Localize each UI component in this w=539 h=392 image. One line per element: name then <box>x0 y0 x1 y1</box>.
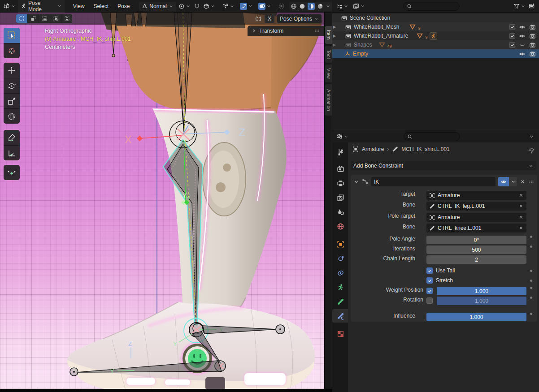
drag-dots-icon[interactable] <box>314 28 320 34</box>
tab-viewlayer-properties[interactable] <box>332 191 348 204</box>
tab-scene-properties[interactable] <box>332 205 348 219</box>
pole-bone-field[interactable]: CTRL_knee.L.001 <box>426 224 526 233</box>
snap-magnet-icon[interactable] <box>194 3 200 9</box>
use-tail-checkbox[interactable] <box>426 267 433 274</box>
constraint-extras-chevron[interactable] <box>509 177 517 186</box>
new-collection-button[interactable] <box>527 2 536 10</box>
scale-tool[interactable] <box>4 93 20 108</box>
outliner-row-shapes[interactable]: ▶ Shapes 49 <box>332 40 539 49</box>
tab-physics-properties[interactable] <box>332 252 348 265</box>
tab-bone-constraints-active[interactable] <box>332 309 348 323</box>
hide-eye-icon[interactable] <box>519 33 526 39</box>
transform-panel-header[interactable]: Transform <box>248 26 324 36</box>
weight-position-slider[interactable]: 1.000 <box>437 287 526 295</box>
cursor-tool[interactable] <box>4 43 20 58</box>
tab-view[interactable]: View <box>325 65 332 82</box>
outliner-search-input[interactable] <box>403 2 460 11</box>
tab-bone-properties[interactable] <box>332 295 348 308</box>
chain-length-field[interactable]: 2 <box>426 255 526 264</box>
tab-tool-properties[interactable] <box>332 145 348 159</box>
delete-constraint-x-icon[interactable] <box>520 179 526 185</box>
outliner-filter-dropdown[interactable] <box>512 2 527 10</box>
overlays-dropdown[interactable] <box>257 2 273 11</box>
shading-wireframe-icon[interactable] <box>291 3 297 9</box>
render-camera-icon[interactable] <box>529 33 536 39</box>
show-gizmo-dropdown[interactable] <box>239 2 254 11</box>
gizmo-toggle[interactable] <box>240 3 247 10</box>
xray-toggle-icon[interactable] <box>278 3 285 9</box>
pose-breakdowner-tool[interactable] <box>4 165 20 180</box>
mode-dropdown[interactable]: Pose Mode <box>18 0 65 14</box>
clear-x-icon[interactable] <box>518 225 524 231</box>
viewport-3d[interactable]: X Z Y Y <box>0 13 324 389</box>
tab-texture-properties[interactable] <box>332 327 348 340</box>
animate-decorator[interactable] <box>530 270 532 272</box>
transform-orientation-dropdown[interactable]: Normal <box>139 2 176 11</box>
constraint-enable-eye-toggle[interactable] <box>498 177 509 186</box>
selectable-checkbox[interactable] <box>509 42 515 48</box>
shading-rendered-icon[interactable] <box>317 3 323 9</box>
snap-target-dropdown[interactable] <box>202 2 217 10</box>
expand-arrow-icon[interactable]: ▶ <box>332 34 337 38</box>
tab-object-constraints[interactable] <box>332 266 348 280</box>
target-field[interactable]: Armature <box>426 191 526 200</box>
stretch-checkbox[interactable] <box>426 277 433 284</box>
proportional-editing-dropdown[interactable] <box>221 2 236 10</box>
selectable-checkbox[interactable] <box>509 24 515 30</box>
breadcrumb-object[interactable]: Armature <box>362 146 384 152</box>
menu-select[interactable]: Select <box>90 2 113 11</box>
select-set-button[interactable] <box>16 14 27 23</box>
transform-tool[interactable] <box>4 108 20 124</box>
clear-x-icon[interactable] <box>518 203 524 209</box>
select-intersect-button[interactable] <box>61 14 72 23</box>
select-invert-button[interactable] <box>50 14 61 23</box>
outliner-row-empty-selected[interactable]: Empty <box>332 49 539 58</box>
influence-slider[interactable]: 1.000 <box>426 313 526 321</box>
properties-search-input[interactable] <box>404 132 460 141</box>
breadcrumb-bone[interactable]: MCH_IK_shin.L.001 <box>401 146 449 152</box>
clear-x-icon[interactable] <box>518 215 524 220</box>
animate-decorator[interactable] <box>530 313 532 315</box>
render-camera-icon[interactable] <box>529 42 536 48</box>
expand-arrow-icon[interactable]: ▶ <box>332 25 337 29</box>
menu-pose[interactable]: Pose <box>113 2 134 11</box>
pole-target-field[interactable]: Armature <box>426 213 526 222</box>
tab-item[interactable]: Item <box>325 26 332 44</box>
rotate-tool[interactable] <box>4 78 20 93</box>
tab-world-properties[interactable] <box>332 220 348 233</box>
tab-tool[interactable]: Tool <box>325 46 332 63</box>
pivot-point-dropdown[interactable] <box>177 2 192 10</box>
select-box-tool[interactable] <box>4 28 20 43</box>
weight-position-checkbox[interactable] <box>426 288 433 294</box>
drag-dots-icon[interactable] <box>528 179 535 185</box>
measure-tool[interactable] <box>4 145 20 160</box>
animate-decorator[interactable] <box>530 287 532 289</box>
outliner-row-mesh-collection[interactable]: ▶ WhiteRabbit_Mesh 9 <box>332 22 539 31</box>
pole-angle-field[interactable]: 0° <box>426 236 526 244</box>
animate-decorator[interactable] <box>530 280 532 282</box>
properties-options-chevron-icon[interactable] <box>529 134 535 139</box>
add-bone-constraint-button[interactable]: Add Bone Constraint <box>351 161 536 170</box>
hidden-eye-closed-icon[interactable] <box>519 42 526 48</box>
properties-editor-type-button[interactable] <box>335 132 350 141</box>
clear-x-icon[interactable] <box>518 193 524 198</box>
animate-decorator[interactable] <box>530 297 532 299</box>
shading-solid-icon[interactable] <box>299 3 305 9</box>
menu-view[interactable]: View <box>69 2 89 11</box>
editor-type-button[interactable] <box>2 2 17 10</box>
expand-arrow-icon[interactable]: ▶ <box>332 43 337 47</box>
tab-render-properties[interactable] <box>332 162 348 176</box>
animate-decorator[interactable] <box>530 246 532 248</box>
annotate-tool[interactable] <box>4 130 20 145</box>
selectable-checkbox[interactable] <box>509 33 515 39</box>
hide-eye-icon[interactable] <box>519 24 526 30</box>
select-subtract-button[interactable] <box>39 14 50 23</box>
render-camera-icon[interactable] <box>529 24 536 30</box>
constraint-name-field[interactable]: IK <box>371 177 496 186</box>
outliner-row-armature-collection[interactable]: ▶ WhiteRabbit_Armature 9 <box>332 31 539 40</box>
tab-output-properties[interactable] <box>332 177 348 190</box>
bone-field[interactable]: CTRL_IK_leg.L.001 <box>426 202 526 211</box>
outliner-display-mode-dropdown[interactable] <box>335 2 350 10</box>
overlays-toggle[interactable] <box>258 3 265 10</box>
render-camera-icon[interactable] <box>529 51 536 57</box>
